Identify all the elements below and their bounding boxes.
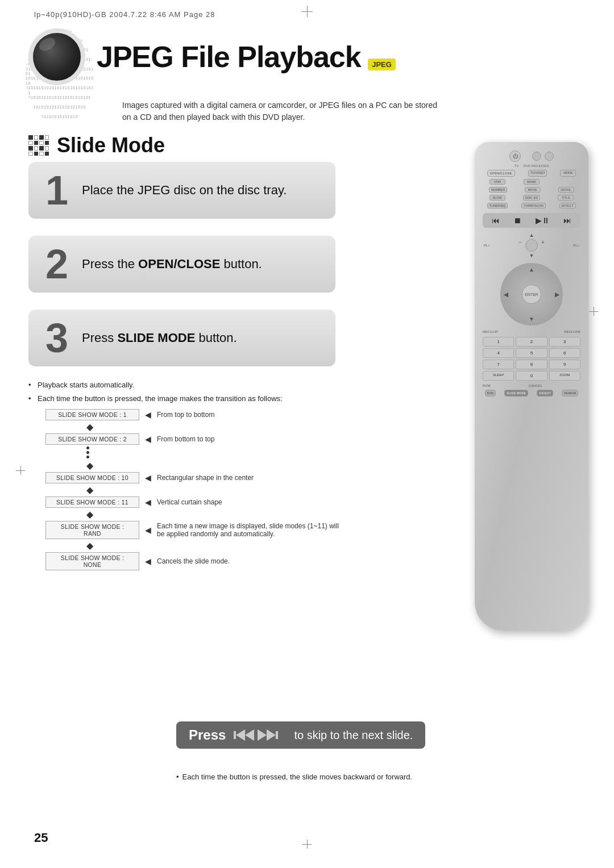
arrow-right-icon-5: ◀: [145, 525, 151, 535]
effect-button[interactable]: EFFECT: [559, 203, 576, 208]
slideshow-row-3: SLIDE SHOW MODE : 10 ◀ Rectangular shape…: [45, 472, 347, 483]
band-button[interactable]: BAND: [524, 179, 540, 185]
dots-decoration: [86, 446, 347, 458]
slow-button[interactable]: SLOW: [489, 195, 505, 201]
step-3-box: 3 Press SLIDE MODE button.: [28, 310, 335, 366]
crosshair-left-icon: [16, 466, 25, 477]
remote-bottom-row: DVD SLIDE MODE DIGEST REMAIN: [480, 390, 583, 397]
title-button[interactable]: TITLE: [558, 195, 574, 201]
page-title: JPEG File Playback: [97, 40, 361, 73]
num-5[interactable]: 5: [516, 348, 547, 358]
step-1-text: Place the JPEG disc on the disc tray.: [82, 183, 287, 198]
next-button[interactable]: ⏭: [563, 216, 571, 225]
slideshow-label-1: SLIDE SHOW MODE : 1: [45, 409, 139, 420]
remote-row2: VOR BAND: [480, 179, 583, 185]
remote-numpad: 1 2 3 4 5 6 7 8 9 SLEEP 0 ZOOM: [483, 337, 580, 381]
disc-icon: [28, 28, 85, 85]
digest-button[interactable]: DIGEST: [537, 390, 553, 397]
num-2[interactable]: 2: [516, 337, 547, 347]
skip-text: to skip to the next slide.: [294, 729, 413, 742]
arrow-right-icon-3: ◀: [145, 473, 151, 482]
remain-button[interactable]: REMAIN: [562, 390, 578, 397]
nav-down-button[interactable]: ▼: [529, 316, 534, 322]
slideshow-table: SLIDE SHOW MODE : 1 ◀ From top to bottom…: [45, 409, 347, 570]
play-pause-button[interactable]: ▶⏸: [536, 216, 550, 225]
diamond-icon-2: ◆: [86, 460, 347, 471]
disced-button[interactable]: DISC ED: [523, 195, 540, 201]
slide-mode-icon: [28, 135, 49, 156]
open-close-button[interactable]: OPEN/CLOSE: [487, 170, 515, 177]
page-subtitle: Images captured with a digital camera or…: [122, 99, 437, 123]
bullet-2: Each time the button is pressed, the ima…: [28, 393, 347, 404]
remote-power-btn[interactable]: ⏻: [509, 151, 521, 162]
sleep-btn[interactable]: SLEEP: [483, 371, 514, 381]
slide-mode-title: Slide Mode: [57, 133, 165, 157]
slideshow-label-6: SLIDE SHOW MODE : NONE: [45, 552, 139, 570]
slideshow-desc-5: Each time a new image is displayed, slid…: [157, 522, 347, 538]
nav-left-button[interactable]: ◀: [504, 291, 508, 298]
slideshow-row-2: SLIDE SHOW MODE : 2 ◀ From bottom to top: [45, 433, 347, 445]
svg-marker-1: [236, 729, 245, 741]
dvd-button[interactable]: DVD: [485, 390, 496, 397]
step-2-box: 2 Press the OPEN/CLOSE button.: [28, 236, 335, 293]
jpeg-badge: JPEG: [368, 59, 396, 70]
zoom-btn[interactable]: ZOOM: [549, 371, 580, 381]
num-1[interactable]: 1: [483, 337, 514, 347]
enter-button[interactable]: ENTER: [522, 285, 541, 304]
remote-row4: SLOW DISC ED TITLE: [480, 195, 583, 201]
num-3[interactable]: 3: [549, 337, 580, 347]
arrow-right-icon-4: ◀: [145, 498, 151, 507]
skip-icons: [234, 728, 278, 742]
tv-video-button[interactable]: TV/VIDEO: [528, 170, 547, 177]
title-section: JPEG File Playback JPEG: [28, 28, 586, 85]
slideshow-label-4: SLIDE SHOW MODE : 11: [45, 496, 139, 508]
detail-button[interactable]: DETAIL: [558, 187, 574, 193]
prev-button[interactable]: ⏮: [492, 216, 500, 225]
step-3-number: 3: [45, 318, 68, 358]
num-7[interactable]: 7: [483, 360, 514, 369]
stop-button[interactable]: ⏹: [513, 216, 521, 225]
vor-button[interactable]: VOR: [489, 179, 505, 185]
remote-transport: ⏮ ⏹ ▶⏸ ⏭: [483, 213, 580, 228]
turboscan-button[interactable]: TURBOSCAN: [521, 203, 546, 208]
press-label: Press: [189, 727, 226, 743]
tuner-eq-button[interactable]: TUNER/EQ: [487, 203, 508, 208]
remote-openclose-row: OPEN/CLOSE TV/VIDEO MODE: [480, 170, 583, 177]
slideshow-row-4: SLIDE SHOW MODE : 11 ◀ Vertical curtain …: [45, 496, 347, 508]
arrow-right-icon-2: ◀: [145, 435, 151, 444]
press-footnote: Each time the button is pressed, the sli…: [176, 773, 412, 781]
num-9[interactable]: 9: [549, 360, 580, 369]
svg-marker-2: [245, 729, 254, 741]
skip-forward-icon: [258, 728, 278, 742]
remote-top-row: ⏻: [480, 151, 583, 162]
skip-back-icon: [234, 728, 254, 742]
nav-right-button[interactable]: ▶: [555, 291, 559, 298]
empty-btn-1: [558, 179, 574, 185]
move-button[interactable]: MOVE: [525, 187, 541, 193]
step-3-text: Press SLIDE MODE button.: [82, 331, 237, 345]
num-4[interactable]: 4: [483, 348, 514, 358]
crosshair-top-icon: [301, 6, 313, 17]
remote-row5: TUNER/EQ TURBOSCAN EFFECT: [480, 203, 583, 208]
num-6[interactable]: 6: [549, 348, 580, 358]
slideshow-row-5: SLIDE SHOW MODE : RAND ◀ Each time a new…: [45, 521, 347, 539]
crosshair-bottom-icon: [302, 840, 312, 851]
arrow-right-icon-6: ◀: [145, 557, 151, 566]
step-2-number: 2: [45, 244, 68, 285]
slideshow-desc-2: From bottom to top: [157, 435, 347, 443]
nav-up-button[interactable]: ▲: [529, 266, 534, 273]
nav-circle: ▲ ▼ ◀ ▶ ENTER: [500, 263, 563, 326]
bullet-1: Playback starts automatically.: [28, 379, 347, 391]
mode-button[interactable]: MODE: [560, 170, 576, 177]
slideshow-row-1: SLIDE SHOW MODE : 1 ◀ From top to bottom: [45, 409, 347, 420]
slide-mode-button[interactable]: SLIDE MODE: [504, 390, 528, 397]
arrow-right-icon: ◀: [145, 410, 151, 419]
slideshow-desc-3: Rectangular shape in the center: [157, 474, 347, 482]
step-2-text: Press the OPEN/CLOSE button.: [82, 257, 262, 272]
slideshow-desc-4: Vertical curtain shape: [157, 498, 347, 506]
slideshow-row-6: SLIDE SHOW MODE : NONE ◀ Cancels the sli…: [45, 552, 347, 570]
crosshair-right-icon: [589, 307, 598, 318]
number-button[interactable]: NUMBER: [489, 187, 507, 193]
num-8[interactable]: 8: [516, 360, 547, 369]
num-0[interactable]: 0: [516, 371, 547, 381]
